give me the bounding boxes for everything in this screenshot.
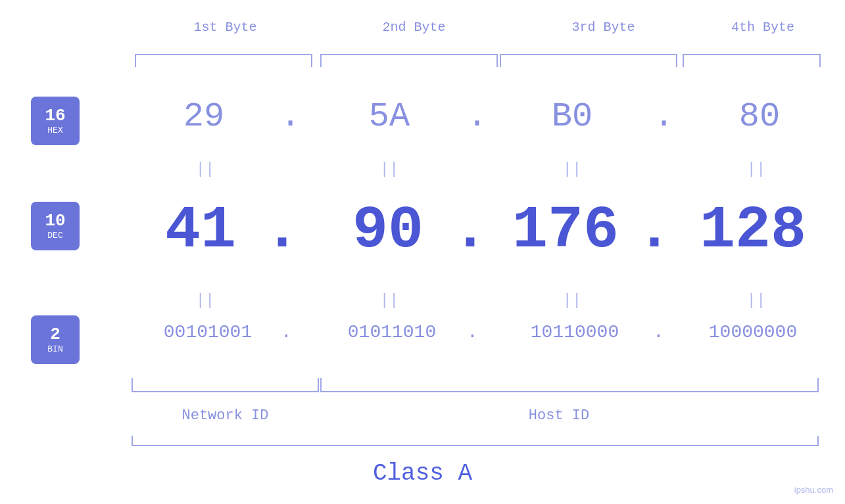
dec-badge-label: DEC bbox=[47, 231, 62, 241]
eq-top-1: || bbox=[185, 160, 225, 178]
dec-dot-2: . bbox=[452, 197, 488, 264]
eq-mid-2: || bbox=[370, 292, 409, 309]
hex-b4: 80 bbox=[713, 97, 806, 136]
bin-b3: 10110000 bbox=[496, 322, 654, 342]
eq-mid-1: || bbox=[185, 292, 225, 309]
bracket-class-bottom bbox=[132, 436, 819, 446]
hex-badge-number: 16 bbox=[45, 106, 65, 126]
bin-dot-3: . bbox=[653, 322, 664, 342]
dec-badge: 10 DEC bbox=[31, 202, 80, 250]
eq-top-4: || bbox=[736, 160, 776, 178]
bin-badge-number: 2 bbox=[50, 325, 60, 344]
eq-mid-3: || bbox=[552, 292, 592, 309]
byte4-header: 4th Byte bbox=[697, 20, 829, 35]
bin-b1: 00101001 bbox=[129, 322, 287, 342]
dec-b4: 128 bbox=[677, 197, 829, 264]
network-id-label: Network ID bbox=[132, 407, 319, 424]
bracket-top-3 bbox=[500, 54, 677, 67]
bin-badge: 2 BIN bbox=[31, 315, 80, 364]
dec-dot-1: . bbox=[264, 197, 300, 264]
bin-dot-2: . bbox=[467, 322, 478, 342]
dec-badge-number: 10 bbox=[45, 212, 65, 231]
host-id-label: Host ID bbox=[427, 407, 690, 424]
bin-b2: 01011010 bbox=[313, 322, 471, 342]
bracket-top-4 bbox=[683, 54, 821, 67]
hex-b3: B0 bbox=[526, 97, 618, 136]
dec-b3: 176 bbox=[490, 197, 641, 264]
main-container: 1st Byte 2nd Byte 3rd Byte 4th Byte 16 H… bbox=[0, 0, 845, 504]
hex-dot-3: . bbox=[654, 97, 674, 136]
class-label: Class A bbox=[0, 460, 845, 487]
byte3-header: 3rd Byte bbox=[510, 20, 697, 35]
eq-mid-4: || bbox=[736, 292, 776, 309]
bracket-top-2 bbox=[320, 54, 498, 67]
bracket-top-1 bbox=[135, 54, 312, 67]
byte1-header: 1st Byte bbox=[132, 20, 319, 35]
dec-b1: 41 bbox=[128, 197, 273, 264]
bin-dot-1: . bbox=[281, 322, 292, 342]
eq-top-3: || bbox=[552, 160, 592, 178]
eq-top-2: || bbox=[370, 160, 409, 178]
bin-b4: 10000000 bbox=[674, 322, 832, 342]
dec-b2: 90 bbox=[316, 197, 460, 264]
byte2-header: 2nd Byte bbox=[320, 20, 508, 35]
bracket-netid-bottom bbox=[132, 378, 319, 392]
hex-dot-1: . bbox=[280, 97, 301, 136]
bracket-hostid-bottom bbox=[320, 378, 819, 392]
hex-badge-label: HEX bbox=[47, 126, 62, 135]
hex-b2: 5A bbox=[343, 97, 435, 136]
dec-dot-3: . bbox=[637, 197, 672, 264]
bin-badge-label: BIN bbox=[47, 344, 62, 354]
hex-badge: 16 HEX bbox=[31, 97, 80, 145]
hex-dot-2: . bbox=[467, 97, 487, 136]
watermark: ipshu.com bbox=[794, 485, 833, 495]
hex-b1: 29 bbox=[158, 97, 250, 136]
